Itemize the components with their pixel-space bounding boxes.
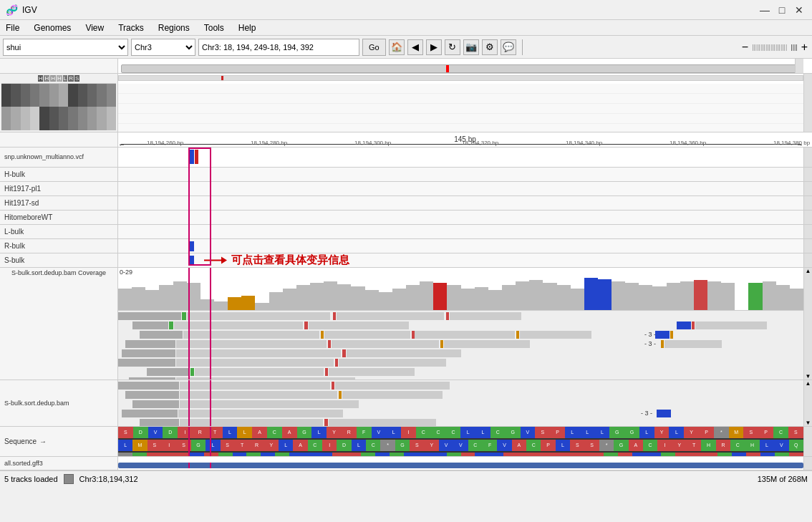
- gff-scrollbar[interactable]: [803, 457, 812, 470]
- gene-sample-grid: [118, 84, 803, 132]
- bam-coverage-scrollbar[interactable]: ▲ ▼: [803, 268, 812, 380]
- chr-overview-label: [0, 59, 118, 73]
- home-icon[interactable]: 🏠: [389, 39, 405, 55]
- gff-gene-model: [118, 463, 803, 468]
- bam-scroll-down[interactable]: ▼: [804, 420, 812, 426]
- menu-tracks[interactable]: Tracks: [115, 21, 147, 34]
- read-row-3: - 3 -: [118, 331, 803, 339]
- bam-reads-label: S-bulk.sort.dedup.bam: [0, 380, 118, 426]
- ruler-pos-3: 18,194,300 bp: [354, 140, 391, 146]
- bam-reads-track: S-bulk.sort.dedup.bam: [0, 380, 812, 427]
- rbulk-blue-variant: [189, 241, 194, 251]
- bam-scroll-up[interactable]: ▲: [804, 380, 812, 387]
- track-hitomebore-wt: HitomeboreWT: [0, 211, 812, 225]
- zoom-ticks: |||||||||||||||||||||: [750, 44, 788, 51]
- r-bulk-content[interactable]: [118, 239, 812, 253]
- hit1917-pl1-label: Hit1917-pl1: [0, 182, 118, 195]
- refresh-icon[interactable]: ↻: [445, 39, 460, 55]
- sbulk-blue-variant: [189, 256, 194, 266]
- vcf-content[interactable]: [118, 148, 812, 167]
- bam-reads-content[interactable]: - 3 - ▲ ▼: [118, 380, 812, 426]
- hit1917-pl1-scrollbar[interactable]: [803, 182, 812, 195]
- menu-genomes[interactable]: Genomes: [31, 21, 74, 34]
- hit1917-sd-content[interactable]: [118, 196, 812, 210]
- seq-scrollbar[interactable]: [803, 427, 812, 455]
- read-row-6: [118, 359, 803, 367]
- annotation-arrowhead: [221, 256, 227, 264]
- l-bulk-content[interactable]: [118, 225, 812, 238]
- s-bulk-scrollbar[interactable]: [803, 253, 812, 267]
- gene-sample-lbulk: [118, 124, 803, 132]
- minimize-button[interactable]: —: [758, 3, 772, 17]
- bam-reads-scrollbar[interactable]: ▲ ▼: [803, 380, 812, 426]
- track-hit1917-sd: Hit1917-sd: [0, 196, 812, 211]
- coverage-bars: [118, 271, 803, 310]
- zoom-out-icon[interactable]: −: [740, 41, 750, 54]
- hit1917-pl1-content[interactable]: [118, 182, 812, 195]
- l-bulk-scrollbar[interactable]: [803, 225, 812, 238]
- snapshot-icon[interactable]: 📷: [463, 39, 479, 55]
- menu-regions[interactable]: Regions: [155, 21, 193, 34]
- hit1917-sd-scrollbar[interactable]: [803, 196, 812, 210]
- sequence-content[interactable]: S D V D I R T L L A C A G L Y R F V L I: [118, 427, 812, 455]
- r-bulk-scrollbar[interactable]: [803, 239, 812, 253]
- h-bulk-content[interactable]: [118, 168, 812, 181]
- ruler-pos-4: 18,194,320 bp: [462, 140, 498, 146]
- s-bulk-content[interactable]: 可点击查看具体变异信息: [118, 253, 812, 267]
- coverage-scale-label: 0-29: [120, 269, 132, 276]
- ruler-content: ← → 145 bp 18,194,260 bp 18,194,280 bp 1…: [118, 132, 812, 147]
- chr-scrollbar[interactable]: [795, 59, 803, 73]
- gene-panel-label: H H H H L R S: [0, 74, 118, 132]
- gene-grid: [1, 84, 116, 130]
- info-icon[interactable]: 💬: [501, 39, 516, 55]
- menu-file[interactable]: File: [3, 21, 22, 34]
- s-bulk-label: S-bulk: [0, 253, 118, 267]
- sequence-label: Sequence →: [0, 427, 118, 455]
- gene-sample-hit1: [118, 94, 803, 104]
- coordinate-input[interactable]: [198, 39, 359, 56]
- titlebar-controls[interactable]: — □ ✕: [758, 3, 806, 17]
- bam2-read-3: [118, 400, 803, 408]
- forward-icon[interactable]: ▶: [426, 39, 442, 55]
- gff-content[interactable]: [118, 457, 812, 470]
- gene-panel-content[interactable]: [118, 74, 812, 132]
- back-icon[interactable]: ◀: [407, 39, 423, 55]
- chromosome-position-indicator: [446, 65, 449, 72]
- cov-scroll-down[interactable]: ▼: [804, 373, 812, 380]
- annotation-line: [204, 259, 221, 261]
- h-bulk-scrollbar[interactable]: [803, 168, 812, 181]
- hitomebore-wt-content[interactable]: [118, 211, 812, 224]
- go-button[interactable]: Go: [362, 39, 386, 56]
- chromosome-select[interactable]: Chr3: [131, 39, 195, 56]
- zoom-in-icon[interactable]: +: [800, 41, 809, 54]
- sequence-track: Sequence → S D V D I R T L L A C A G L Y: [0, 427, 812, 456]
- gene-panel-track: H H H H L R S: [0, 74, 812, 132]
- close-button[interactable]: ✕: [792, 3, 806, 17]
- bam2-read-4: - 3 -: [118, 410, 803, 417]
- vcf-blue-variant[interactable]: [189, 150, 194, 164]
- menu-view[interactable]: View: [82, 21, 107, 34]
- settings-icon[interactable]: ⚙: [482, 39, 498, 55]
- menu-help[interactable]: Help: [236, 21, 259, 34]
- toolbar: shui Chr3 Go 🏠 ◀ ▶ ↻ 📷 ⚙ 💬 − |||||||||||…: [0, 36, 812, 59]
- titlebar-left: 🧬 IGV: [6, 4, 37, 16]
- genome-select[interactable]: shui: [3, 39, 128, 56]
- maximize-button[interactable]: □: [775, 3, 789, 17]
- main-content: H H H H L R S: [0, 59, 812, 470]
- gene-scrollbar[interactable]: [803, 74, 812, 132]
- bam-read-tracks: - 3 - - 3 -: [118, 311, 803, 380]
- gene-overview-bar: [118, 75, 803, 81]
- ruler-pos-5: 18,194,340 bp: [566, 140, 602, 146]
- pink-selection-gff: [188, 463, 211, 468]
- hitomebore-scrollbar[interactable]: [803, 211, 812, 224]
- ruler-pos-2: 18,194,280 bp: [251, 140, 287, 146]
- gene-sample-h-bulk: [118, 84, 803, 94]
- vcf-scrollbar[interactable]: [803, 148, 812, 167]
- bam-coverage-content[interactable]: 0-29: [118, 268, 812, 380]
- minus3-label-1: - 3 -: [644, 331, 656, 338]
- menu-tools[interactable]: Tools: [201, 21, 227, 34]
- read-row-7: [118, 368, 803, 376]
- vcf-red-variant[interactable]: [195, 150, 198, 164]
- chr-overview-content[interactable]: [118, 59, 812, 73]
- cov-scroll-up[interactable]: ▲: [804, 268, 812, 274]
